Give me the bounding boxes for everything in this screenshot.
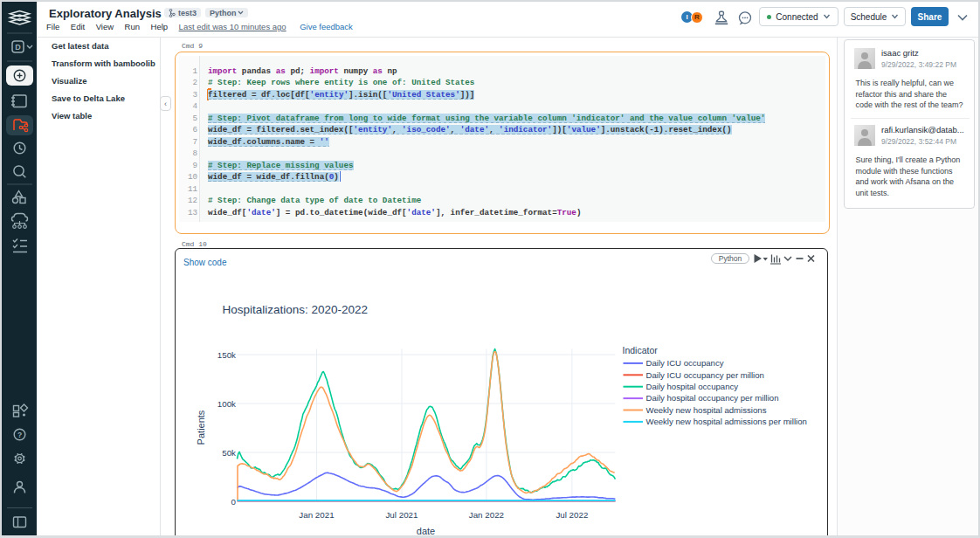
svg-text:Daily hospital occupancy: Daily hospital occupancy <box>646 382 739 391</box>
svg-text:Indicator: Indicator <box>623 345 659 355</box>
svg-text:50k: 50k <box>222 448 236 458</box>
svg-text:date: date <box>417 526 435 536</box>
svg-text:100k: 100k <box>217 399 236 409</box>
svg-text:Daily ICU occupancy: Daily ICU occupancy <box>646 358 724 368</box>
svg-text:D: D <box>15 43 21 52</box>
svg-text:Jul 2021: Jul 2021 <box>385 510 418 520</box>
svg-text:Hospitalizations: 2020-2022: Hospitalizations: 2020-2022 <box>223 303 369 316</box>
svg-text:?: ? <box>17 431 22 439</box>
svg-text:Jul 2022: Jul 2022 <box>556 510 588 520</box>
svg-text:Patients: Patients <box>196 410 206 445</box>
svg-text:150k: 150k <box>217 350 236 360</box>
svg-text:Jan 2022: Jan 2022 <box>469 510 504 520</box>
svg-text:Daily hospital occupancy per m: Daily hospital occupancy per million <box>646 393 779 403</box>
svg-text:0: 0 <box>231 497 237 507</box>
svg-text:Weekly new hospital admissions: Weekly new hospital admissions per milli… <box>646 417 807 426</box>
svg-text:Jan 2021: Jan 2021 <box>299 510 334 520</box>
svg-text:Weekly new hospital admissions: Weekly new hospital admissions <box>646 405 767 415</box>
svg-text:Daily ICU occupancy per millio: Daily ICU occupancy per million <box>646 370 764 380</box>
